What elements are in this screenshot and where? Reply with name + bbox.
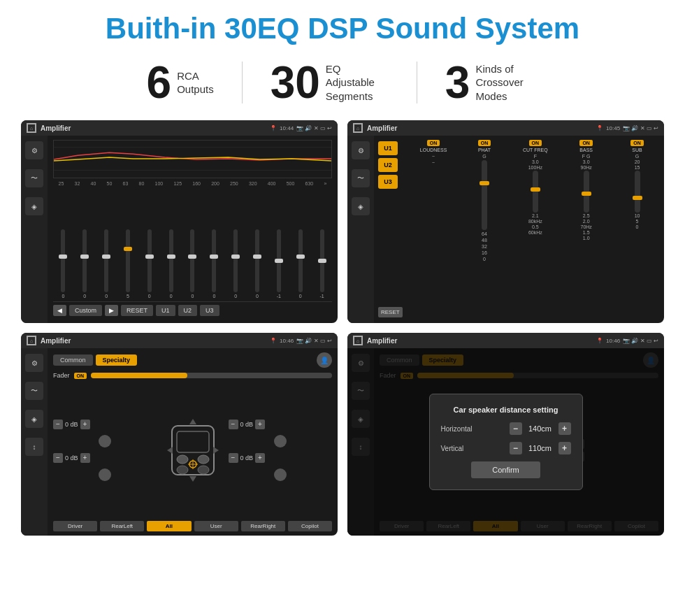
fader-label: Fader [53,372,70,379]
slider-12[interactable]: 0 [290,229,310,299]
horizontal-control: − 140cm + [510,422,571,435]
slider-11[interactable]: -1 [268,229,289,299]
next-preset-button[interactable]: ▶ [105,305,118,316]
mid-right-value: 0 dB [240,454,254,461]
eq-icon-2[interactable]: ⚙ [352,141,370,159]
slider-6[interactable]: 0 [161,229,181,299]
home-icon-2[interactable]: ⌂ [353,123,363,133]
spec-left-icons: ⚙ 〜 ◈ ↕ [21,348,48,536]
home-icon-4[interactable]: ⌂ [353,336,363,345]
prev-preset-button[interactable]: ◀ [53,305,66,316]
slider-4[interactable]: 5 [118,229,138,299]
page-container: Buith-in 30EQ DSP Sound System 6 RCAOutp… [0,0,685,616]
tab-common[interactable]: Common [53,354,93,366]
screen-crossover: ⌂ Amplifier 📍 10:45 📷 🔊 ✕ ▭ ↩ ⚙ 〜 ◈ U1 U… [347,120,664,323]
user-btn[interactable]: User [194,521,238,531]
top-left-plus[interactable]: + [80,420,90,429]
freq-200: 200 [211,181,219,186]
freq-25: 25 [59,181,64,186]
home-icon-1[interactable]: ⌂ [27,123,36,133]
slider-3[interactable]: 0 [96,229,117,299]
freq-40: 40 [91,181,96,186]
spec-bottom-btns: Driver RearLeft All User RearRight Copil… [53,521,332,531]
tab-specialty[interactable]: Specialty [96,354,138,366]
vertical-control: − 110cm + [510,442,571,454]
speaker-icon[interactable]: ◈ [25,197,43,215]
slider-1[interactable]: 0 [53,229,73,299]
wave-icon[interactable]: 〜 [25,169,43,187]
stat-label-eq: EQ AdjustableSegments [326,62,389,103]
bass-label: BASS [579,148,593,152]
eq-sliders: 0 0 0 5 [53,190,332,301]
u1-select[interactable]: U1 [378,141,398,155]
stat-label-crossover: Kinds ofCrossover Modes [475,62,538,103]
u1-button[interactable]: U1 [156,305,175,316]
slider-13[interactable]: -1 [312,229,332,299]
loudness-label: LOUDNESS [420,148,447,152]
u2-select[interactable]: U2 [378,158,398,172]
eq-icon[interactable]: ⚙ [25,141,43,159]
slider-10[interactable]: 0 [247,229,268,299]
eq-icon-3[interactable]: ⚙ [25,354,43,372]
mid-left-minus[interactable]: − [53,453,63,463]
profile-icon[interactable]: 👤 [317,352,332,368]
more-icon: » [324,181,326,186]
speaker-left-top [99,435,111,447]
top-right-minus[interactable]: − [229,420,238,429]
mid-left-db: − 0 dB + [53,453,157,463]
slider-7[interactable]: 0 [182,229,203,299]
slider-5[interactable]: 0 [139,229,159,299]
rear-left-btn[interactable]: RearLeft [100,521,144,531]
left-icons-1: ⚙ 〜 ◈ [21,136,48,323]
top-right-plus[interactable]: + [255,420,265,429]
reset-button[interactable]: RESET [121,305,153,316]
mid-right-plus[interactable]: + [255,453,265,463]
vertical-value: 110cm [526,444,554,452]
vertical-plus[interactable]: + [558,442,571,454]
top-right-value: 0 dB [240,421,254,428]
all-btn[interactable]: All [147,521,191,531]
top-right-db: − 0 dB + [229,420,333,429]
mid-left-plus[interactable]: + [80,453,90,463]
slider-9[interactable]: 0 [226,229,246,299]
freq-400: 400 [268,181,276,186]
rear-right-btn[interactable]: RearRight [241,521,285,531]
status-bar-2: ⌂ Amplifier 📍 10:45 📷 🔊 ✕ ▭ ↩ [347,120,664,136]
vertical-minus[interactable]: − [510,442,522,454]
custom-preset-button[interactable]: Custom [69,305,102,316]
spec-main: Common Specialty 👤 Fader ON [48,348,338,536]
screen3-content: ⚙ 〜 ◈ ↕ Common Specialty 👤 Fader ON [21,348,338,536]
screen4-content: ⚙ 〜 ◈ ↕ Common Specialty 👤 Fade [347,348,664,536]
mid-right-minus[interactable]: − [229,453,238,463]
wave-icon-2[interactable]: 〜 [352,169,370,187]
u2-button[interactable]: U2 [178,305,198,316]
freq-320: 320 [249,181,257,186]
wave-icon-3[interactable]: 〜 [25,382,43,400]
speaker-icon-2[interactable]: ◈ [352,197,370,215]
slider-2[interactable]: 0 [75,229,95,299]
u3-select[interactable]: U3 [378,175,398,189]
home-icon-3[interactable]: ⌂ [27,336,36,345]
left-controls: − 0 dB + − 0 dB + [53,420,157,481]
driver-btn[interactable]: Driver [53,521,97,531]
horizontal-plus[interactable]: + [558,422,571,435]
speaker-icon-3[interactable]: ◈ [25,410,43,428]
copilot-btn[interactable]: Copilot [288,521,332,531]
top-left-minus[interactable]: − [53,420,63,429]
eq-bottom-bar: ◀ Custom ▶ RESET U1 U2 U3 [53,301,332,319]
freq-63: 63 [123,181,129,186]
stat-crossover: 3 Kinds ofCrossover Modes [417,60,567,105]
reset-btn-2[interactable]: RESET [378,307,403,317]
u3-button[interactable]: U3 [200,305,219,316]
status-icons-2: 📍 10:45 📷 🔊 ✕ ▭ ↩ [596,125,658,131]
svg-point-8 [198,466,209,474]
time-1: 10:44 [280,125,294,131]
slider-8[interactable]: 0 [204,229,224,299]
speaker-right-top [274,435,287,447]
stats-row: 6 RCAOutputs 30 EQ AdjustableSegments 3 … [21,60,664,105]
confirm-button[interactable]: Confirm [471,461,540,478]
horizontal-minus[interactable]: − [510,422,522,435]
fader-on-badge: ON [74,373,87,379]
bass-on: ON [579,140,593,146]
extra-icon-3[interactable]: ↕ [25,438,43,456]
